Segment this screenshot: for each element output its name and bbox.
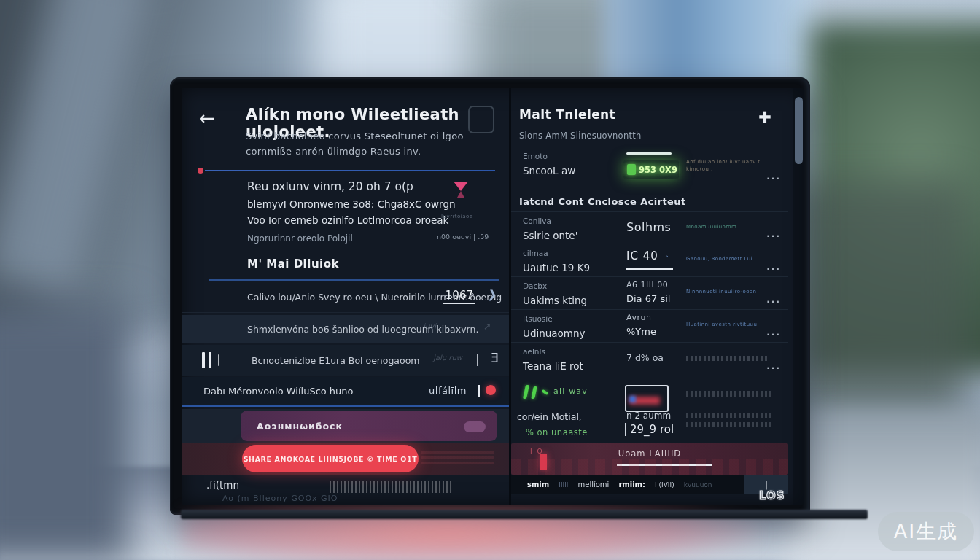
- info-line-2: blemyvI Onronweme 3o8: Chga8xC owrgn: [247, 198, 456, 210]
- green-square-icon: [627, 164, 636, 175]
- toolbar-item[interactable]: I (IVII): [655, 481, 674, 489]
- toolbar-item[interactable]: mellíomi: [578, 481, 610, 489]
- row-note: Huatinni avestn rivtituuu: [686, 322, 775, 329]
- more-options-button[interactable]: ···: [766, 363, 781, 373]
- list-item-value: ulfálīlm: [429, 385, 467, 396]
- row-label: SncooL aw: [523, 165, 575, 176]
- progress-dot: [198, 168, 203, 174]
- row-label: Uautue 19 K9: [523, 262, 590, 273]
- toolbar-item[interactable]: kvuuuon: [684, 481, 712, 489]
- more-options-button[interactable]: ···: [766, 231, 781, 241]
- scene: ← Alíkn mono Wileetlieath uiojoleet. Svi…: [0, 0, 980, 560]
- primary-action-button[interactable]: SHARE ANOKOAE LIIIN5JOBE © TIME O1T: [242, 445, 419, 472]
- mini-bar: [478, 385, 481, 397]
- list-item-text: Dabı Méronvoolo WiíluSco huno: [203, 386, 354, 397]
- row-label: Sslrie onte': [523, 230, 578, 241]
- data-row[interactable]: Dacbx Uakims kting A6 1III 00 Dia 67 sil…: [511, 276, 788, 309]
- list-item-extra[interactable]: Bcnootenizlbe E1ura Bol oenogaoom jalu r…: [182, 345, 509, 376]
- section-title: M' Mai Dlluiok: [247, 257, 339, 271]
- list-item-text: Shmxlenvóna bo6 šanlioo od luoegreunn ki…: [247, 324, 478, 335]
- panel-title: Malt Tnlelent: [519, 107, 615, 122]
- los-logo: LOS: [759, 489, 785, 502]
- back-button[interactable]: ←: [195, 106, 219, 131]
- list-item-note: juvi: [423, 322, 436, 330]
- list-item-survey[interactable]: Calivo lou/Anio Svey ro oeu \ Nueroirilo…: [182, 282, 509, 313]
- list-item-text: Bcnootenizlbe E1ura Bol oenogaoom: [252, 355, 419, 366]
- summary-name: cor/ein Motial,: [517, 411, 582, 422]
- section-divider: [209, 279, 499, 281]
- row-value: 7 d% oa: [626, 352, 664, 363]
- row-note: Ninnnnuoti inuuiiro-ooon: [686, 289, 775, 296]
- summary-note-redacted: [686, 391, 772, 397]
- laptop-hinge: [181, 510, 868, 519]
- row-label-top: Conliva: [523, 217, 551, 225]
- data-row[interactable]: Rsuosie Udinuaomny Avrun %Yme Huatinni a…: [511, 309, 788, 342]
- divider-bar: [477, 354, 478, 366]
- row-label-top: Emoto: [523, 152, 548, 160]
- banner-underline: [617, 464, 712, 466]
- row-note: Gaoouu, Roodamett Lui: [686, 256, 775, 263]
- purple-banner-label: Аоэнмнωибоск: [257, 421, 343, 432]
- row-note-redacted: [686, 356, 768, 361]
- hourglass-caption: Iuvrrtoiaoe: [441, 214, 473, 219]
- info-line-3: Voo Ior oemeb ozinlfo Lotlmorcoa oroeak: [247, 214, 448, 226]
- thumbnail-box: [625, 385, 669, 412]
- data-row[interactable]: cilmaa Uautue 19 K9 IC 40⇀ Gaoouu, Rooda…: [511, 244, 788, 276]
- more-options-button[interactable]: ···: [766, 264, 781, 274]
- row-value: %Yme: [626, 326, 656, 337]
- status-badge-green: 953 0X9: [623, 160, 679, 179]
- small-arrow-icon: ⇀: [663, 253, 669, 261]
- row-label-top: cilmaa: [523, 249, 548, 257]
- list-item-record[interactable]: Dabı Méronvoolo WiíluSco huno ulfálīlm: [182, 377, 509, 407]
- desk-object-left: [0, 306, 131, 560]
- row-value-top: Avrun: [626, 313, 651, 322]
- footer-faint-text: Ao (m Blleony GOOx GIO: [222, 494, 338, 503]
- more-options-button[interactable]: ···: [766, 297, 781, 307]
- row-label: Udinuaomny: [523, 327, 586, 339]
- right-panel: Malt Tnlelent ✚ Slons AmM Slinesuovnontt…: [511, 88, 804, 505]
- toolbar-item[interactable]: IIIII: [559, 481, 568, 489]
- toggle-pill[interactable]: [464, 421, 486, 432]
- data-row[interactable]: aelnls Teana liE rot 7 d% oa ···: [511, 342, 788, 376]
- bottom-toolbar: smim IIIII mellíomi rmiim: I (IVII) kvuu…: [511, 475, 788, 494]
- progress-line: [205, 170, 495, 171]
- scrollbar-thumb[interactable]: [795, 97, 803, 164]
- action-row: SHARE ANOKOAE LIIIN5JOBE © TIME O1T: [182, 443, 509, 475]
- row-label-top: aelnls: [523, 347, 545, 356]
- add-button[interactable]: ✚: [755, 107, 775, 128]
- right-section-title: Iatcnd Cont Cnclosce Acirteut: [519, 196, 686, 207]
- summary-value: 29_9 rol: [625, 423, 674, 436]
- row-value: Dia 67 sil: [626, 293, 670, 304]
- row-label: Uakims kting: [523, 295, 587, 306]
- summary-row[interactable]: ail wav cor/ein Motial, % on unaaste n 2…: [511, 376, 788, 441]
- app-screen: ← Alíkn mono Wileetlieath uiojoleet. Svi…: [182, 88, 804, 505]
- pause-icon: [202, 352, 222, 368]
- list-item-note: jalu ruw: [433, 354, 462, 362]
- highlight-row: Аоэнмнωибоск: [182, 409, 509, 443]
- list-item-settings[interactable]: Shmxlenvóna bo6 šanlioo od luoegreunn ki…: [182, 315, 509, 343]
- footer-label: .fi(tmn: [206, 479, 239, 491]
- equalizer-icon: [524, 385, 549, 400]
- banner-label: Uoam LAIIIID: [511, 448, 788, 459]
- info-meta: n00 oeuvi | .59: [437, 233, 489, 241]
- row-value: IC 40⇀: [626, 249, 669, 262]
- status-row[interactable]: Emoto SncooL aw 953 0X9 Anf duuah lon/ i…: [511, 147, 788, 186]
- thumbnail-blue-dot: [629, 396, 636, 402]
- status-line: [626, 152, 672, 155]
- toolbar-item[interactable]: smim: [527, 481, 549, 489]
- left-panel: ← Alíkn mono Wileetlieath uiojoleet. Svi…: [182, 88, 509, 505]
- info-line-1: Reu oxlunv vinm, 20 oh 7 o(p: [247, 180, 413, 193]
- summary-green-label: % on unaaste: [526, 427, 588, 438]
- summary-note-redacted: [686, 413, 772, 418]
- more-options-button[interactable]: ···: [766, 174, 781, 184]
- row-label-top: Dacbx: [523, 281, 547, 290]
- text-cursor: |: [765, 479, 768, 490]
- alert-banner: I O Uoam LAIIIID: [511, 443, 788, 475]
- page-subtitle-line1: Svint bacnolneo corvus Steseoltunet oi l…: [246, 131, 464, 141]
- row-note: Anf duuah lon/ iuvt uaov t kimo(ou .: [686, 159, 775, 174]
- more-options-button[interactable]: ···: [766, 330, 781, 340]
- row-label-top: Rsuosie: [523, 314, 553, 323]
- data-row[interactable]: Conliva Sslrie onte' Solhms Mnoamuuuiuor…: [511, 211, 788, 244]
- toolbar-item[interactable]: rmiim:: [618, 481, 645, 489]
- purple-banner-button[interactable]: Аоэнмнωибоск: [241, 411, 497, 441]
